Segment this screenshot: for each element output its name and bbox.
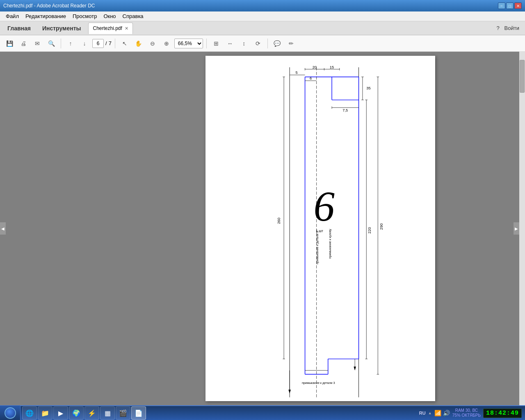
close-tab-icon[interactable]: ✕ xyxy=(125,26,128,31)
separator4 xyxy=(267,39,268,48)
page-sep: / xyxy=(105,40,107,46)
rotate-tool[interactable]: ⟳ xyxy=(252,38,264,49)
sys-icons: 📶 🔊 xyxy=(434,410,450,416)
hand-tool[interactable]: ✋ xyxy=(132,38,145,49)
app-title: Chertezhi.pdf - Adobe Acrobat Reader DC xyxy=(3,3,95,9)
left-panel-toggle[interactable]: ◀ xyxy=(0,222,6,235)
page-total: 7 xyxy=(109,40,112,46)
taskbar-media[interactable]: ▶ xyxy=(53,406,68,420)
clock-display: 18:42:49 xyxy=(483,409,522,418)
window-controls: − □ ✕ xyxy=(498,2,522,9)
taskbar-avast[interactable]: ⚡ xyxy=(84,406,99,420)
pdf-page: 5 6 20 15 35 xyxy=(205,56,435,401)
save-tool[interactable]: 💾 xyxy=(3,38,16,49)
markup-tool[interactable]: ✏ xyxy=(285,38,297,49)
fit-width-tool[interactable]: ↔ xyxy=(224,38,236,49)
svg-text:35: 35 xyxy=(366,86,370,90)
tab-label: Chertezhi.pdf xyxy=(93,25,122,31)
svg-text:6: 6 xyxy=(314,183,335,230)
separator1 xyxy=(61,39,61,48)
menu-window[interactable]: Окно xyxy=(100,12,119,20)
sound-icon: 🔊 xyxy=(443,410,450,416)
menu-edit[interactable]: Редактирование xyxy=(22,12,69,20)
svg-text:6: 6 xyxy=(310,76,312,80)
menu-view[interactable]: Просмотр xyxy=(69,12,100,20)
close-button[interactable]: ✕ xyxy=(514,2,522,9)
page-nav: / 7 xyxy=(92,39,112,48)
svg-text:примыкание к детали 3: примыкание к детали 3 xyxy=(302,381,335,385)
svg-text:7,5: 7,5 xyxy=(342,108,348,112)
zoom-out-tool[interactable]: ⊖ xyxy=(146,38,159,49)
next-page-tool[interactable]: ↓ xyxy=(78,38,91,49)
zoom-select[interactable]: 66,5% 50% 75% 100% 125% 150% xyxy=(174,39,203,48)
right-panel-toggle[interactable]: ▶ xyxy=(514,222,519,235)
taskbar-chrome[interactable]: 🌍 xyxy=(69,406,84,420)
taskbar-explorer[interactable]: 📁 xyxy=(38,406,52,420)
drawing-svg: 5 6 20 15 35 xyxy=(205,56,435,401)
start-button[interactable] xyxy=(0,406,21,420)
svg-text:примыкание к детали 5: примыкание к детали 5 xyxy=(315,231,319,264)
help-button[interactable]: ? xyxy=(496,25,499,31)
expand-icon[interactable]: ▲ xyxy=(428,411,432,415)
print-tool[interactable]: 🖨 xyxy=(17,38,30,49)
separator3 xyxy=(206,39,207,48)
login-button[interactable]: Войти xyxy=(504,25,519,31)
separator2 xyxy=(115,39,115,48)
ram-info: RAM 30, ВС 75% ОКТЯБРЬ xyxy=(452,408,481,418)
scrollbar[interactable] xyxy=(519,52,525,405)
svg-text:5: 5 xyxy=(295,71,297,75)
search-tool[interactable]: 🔍 xyxy=(45,38,57,49)
network-icon: 📶 xyxy=(434,410,441,416)
zoom-in-tool[interactable]: ⊕ xyxy=(160,38,173,49)
svg-text:15: 15 xyxy=(330,65,334,69)
fit-page-tool[interactable]: ⊞ xyxy=(210,38,222,49)
taskbar-app2[interactable]: ▦ xyxy=(100,406,115,420)
home-nav[interactable]: Главная xyxy=(2,21,37,35)
pdf-container: 5 6 20 15 35 xyxy=(127,56,514,401)
svg-text:290: 290 xyxy=(379,224,383,230)
toolbar: 💾 🖨 ✉ 🔍 ↑ ↓ / 7 ↖ ✋ ⊖ ⊕ 66,5% 50% 75% 10… xyxy=(0,35,525,52)
comment-tool[interactable]: 💬 xyxy=(271,38,283,49)
title-bar: Chertezhi.pdf - Adobe Acrobat Reader DC … xyxy=(0,0,525,11)
tools-nav[interactable]: Инструменты xyxy=(37,21,87,35)
ram-percent: 75% ОКТЯБРЬ xyxy=(452,413,481,418)
pdf-tab[interactable]: Chertezhi.pdf ✕ xyxy=(88,23,132,34)
lang-indicator: RU xyxy=(419,411,426,415)
taskbar-video[interactable]: 🎬 xyxy=(116,406,130,420)
taskbar-apps: 🌐 📁 ▶ 🌍 ⚡ ▦ 🎬 📄 xyxy=(21,406,416,420)
prev-page-tool[interactable]: ↑ xyxy=(64,38,77,49)
fit-height-tool[interactable]: ↕ xyxy=(238,38,250,49)
page-input[interactable] xyxy=(92,39,104,48)
svg-text:220: 220 xyxy=(368,227,372,234)
menu-help[interactable]: Справка xyxy=(119,12,147,20)
minimize-button[interactable]: − xyxy=(498,2,505,9)
svg-text:примыкание к кузову: примыкание к кузову xyxy=(328,229,332,259)
svg-text:260: 260 xyxy=(277,217,281,224)
start-orb xyxy=(5,407,16,419)
taskbar: 🌐 📁 ▶ 🌍 ⚡ ▦ 🎬 📄 RU ▲ 📶 🔊 RAM 30, ВС 75% … xyxy=(0,405,525,420)
taskbar-right: RU ▲ 📶 🔊 RAM 30, ВС 75% ОКТЯБРЬ 18:42:49 xyxy=(416,408,525,418)
menu-bar: Файл Редактирование Просмотр Окно Справк… xyxy=(0,11,525,21)
svg-text:20: 20 xyxy=(313,65,317,69)
menu-file[interactable]: Файл xyxy=(2,12,22,20)
main-area: ◀ xyxy=(0,52,525,405)
taskbar-ie[interactable]: 🌐 xyxy=(22,406,37,420)
email-tool[interactable]: ✉ xyxy=(31,38,43,49)
tab-bar: Главная Инструменты Chertezhi.pdf ✕ ? Во… xyxy=(0,21,525,35)
maximize-button[interactable]: □ xyxy=(506,2,514,9)
taskbar-pdf[interactable]: 📄 xyxy=(131,406,146,420)
scroll-thumb[interactable] xyxy=(520,60,525,93)
header-right: ? Войти xyxy=(496,25,523,31)
ram-label: RAM 30, ВС xyxy=(452,408,481,413)
cursor-tool[interactable]: ↖ xyxy=(119,38,131,49)
